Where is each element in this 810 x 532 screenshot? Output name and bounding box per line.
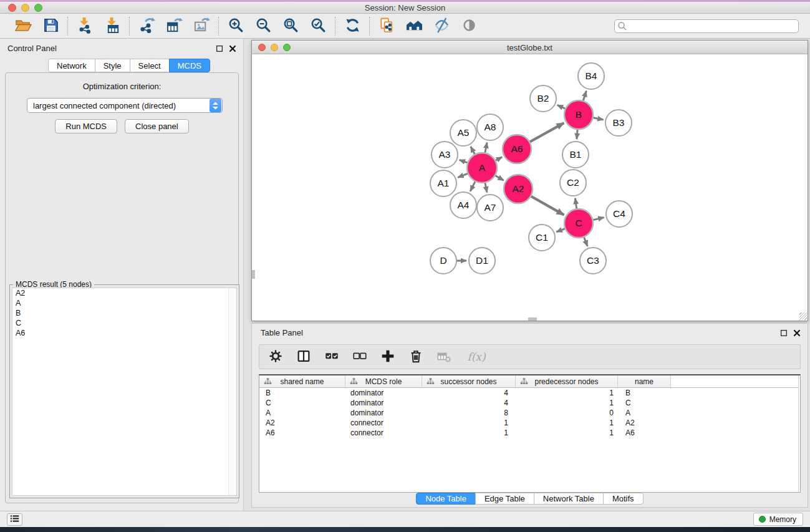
float-panel-icon[interactable] [779, 329, 788, 337]
mcds-result-item[interactable]: B [12, 308, 236, 318]
table-cell[interactable]: A6 [259, 428, 345, 438]
table-cell[interactable]: A2 [618, 418, 671, 428]
zoom-selected-button[interactable] [309, 17, 327, 36]
column-header-successor-nodes[interactable]: successor nodes [422, 375, 516, 387]
close-panel-icon[interactable] [793, 329, 801, 337]
table-row[interactable]: A6connector11A6 [259, 428, 800, 438]
table-cell[interactable]: 4 [422, 398, 516, 408]
table-cell[interactable]: 8 [422, 408, 516, 418]
tab-network[interactable]: Network [48, 59, 95, 72]
add-column-button[interactable] [379, 348, 397, 365]
function-builder-button[interactable]: f(x) [463, 348, 489, 365]
column-header-name[interactable]: name [618, 375, 671, 387]
mcds-result-item[interactable]: A2 [12, 288, 236, 298]
graph-node-C[interactable]: C [564, 209, 593, 238]
graph-node-C4[interactable]: C4 [606, 201, 632, 227]
tab-node-table[interactable]: Node Table [416, 493, 476, 505]
open-session-button[interactable] [14, 17, 32, 36]
table-cell[interactable]: A [259, 408, 345, 418]
table-cell[interactable]: dominator [345, 398, 422, 408]
graph-node-A1[interactable]: A1 [430, 170, 456, 196]
table-cell[interactable]: C [618, 398, 671, 408]
mcds-result-item[interactable]: C [12, 318, 236, 328]
table-cell[interactable]: 1 [422, 418, 516, 428]
graph-node-A6[interactable]: A6 [503, 135, 531, 163]
table-cell[interactable]: C [259, 398, 345, 408]
column-header-predecessor-nodes[interactable]: predecessor nodes [516, 375, 618, 387]
zoom-fit-button[interactable] [281, 17, 300, 36]
float-panel-icon[interactable] [215, 44, 224, 53]
network-window-titlebar[interactable]: testGlobe.txt [252, 41, 808, 54]
run-mcds-button[interactable]: Run MCDS [55, 119, 117, 133]
search-input[interactable] [614, 19, 799, 33]
graph-node-C1[interactable]: C1 [529, 225, 555, 251]
table-cell[interactable]: connector [345, 418, 422, 428]
save-session-button[interactable] [41, 17, 60, 36]
graph-node-A8[interactable]: A8 [477, 114, 503, 140]
task-history-button[interactable] [7, 513, 22, 526]
deselect-all-button[interactable] [351, 348, 369, 365]
hide-eye-button[interactable] [432, 17, 451, 36]
home-button[interactable] [405, 17, 423, 36]
table-cell[interactable]: A6 [618, 428, 671, 438]
delete-column-button[interactable] [407, 348, 425, 365]
table-cell[interactable]: dominator [345, 408, 422, 418]
graph-node-B3[interactable]: B3 [605, 110, 632, 136]
vertical-scroll-thumb[interactable] [252, 270, 255, 279]
graph-node-C3[interactable]: C3 [580, 248, 606, 274]
table-scrollbar[interactable] [798, 375, 800, 492]
tab-edge-table[interactable]: Edge Table [475, 493, 534, 505]
table-cell[interactable]: A2 [259, 418, 345, 428]
graph-node-C2[interactable]: C2 [560, 170, 586, 196]
destroy-table-button[interactable] [435, 348, 453, 365]
tab-mcds[interactable]: MCDS [169, 59, 210, 72]
refresh-button[interactable] [343, 17, 362, 36]
graph-node-B2[interactable]: B2 [530, 85, 556, 112]
table-cell[interactable]: B [618, 388, 671, 398]
mcds-result-item[interactable]: A6 [12, 328, 236, 338]
export-image-button[interactable] [192, 17, 211, 36]
table-row[interactable]: Adominator80A [259, 408, 800, 418]
table-cell[interactable]: 0 [516, 408, 618, 418]
table-row[interactable]: Bdominator41B [259, 388, 800, 398]
tab-network-table[interactable]: Network Table [534, 493, 604, 505]
export-table-button[interactable] [165, 17, 183, 36]
tab-motifs[interactable]: Motifs [603, 493, 644, 505]
show-eye-button[interactable] [460, 17, 478, 36]
graph-node-A3[interactable]: A3 [432, 142, 458, 168]
result-scrollbar[interactable] [228, 288, 236, 495]
graph-node-A4[interactable]: A4 [450, 192, 476, 218]
tab-style[interactable]: Style [95, 59, 130, 72]
graph-node-A5[interactable]: A5 [450, 120, 476, 146]
graph-node-B[interactable]: B [564, 100, 593, 129]
resize-grip[interactable] [799, 312, 807, 320]
graph-node-D[interactable]: D [430, 248, 456, 274]
copy-network-button[interactable] [377, 17, 396, 36]
table-cell[interactable]: 1 [516, 418, 618, 428]
table-cell[interactable]: A [618, 408, 671, 418]
horizontal-scroll-thumb[interactable] [528, 317, 537, 321]
graph-node-A[interactable]: A [467, 153, 497, 183]
tab-select[interactable]: Select [130, 59, 170, 72]
table-cell[interactable]: 1 [422, 428, 516, 438]
graph-node-B1[interactable]: B1 [562, 142, 589, 168]
graph-node-D1[interactable]: D1 [469, 248, 495, 274]
table-cell[interactable]: dominator [345, 388, 422, 398]
export-network-button[interactable] [137, 17, 156, 36]
settings-button[interactable] [267, 348, 284, 365]
zoom-out-button[interactable] [254, 17, 272, 36]
table-cell[interactable]: connector [345, 428, 422, 438]
table-row[interactable]: A2connector11A2 [259, 418, 800, 428]
close-panel-button[interactable]: Close panel [125, 119, 189, 133]
graph-node-A2[interactable]: A2 [504, 175, 533, 203]
import-table-button[interactable] [103, 17, 122, 36]
table-cell[interactable]: 4 [422, 388, 516, 398]
graph-node-A7[interactable]: A7 [477, 195, 503, 221]
graph-node-B4[interactable]: B4 [578, 63, 604, 89]
column-header-shared-name[interactable]: shared name [259, 375, 345, 387]
memory-button[interactable]: Memory [753, 513, 803, 526]
table-cell[interactable]: 1 [516, 388, 618, 398]
split-view-button[interactable] [295, 348, 312, 365]
table-cell[interactable]: 1 [516, 398, 618, 408]
criterion-select[interactable]: largest connected component (directed) [27, 98, 223, 113]
